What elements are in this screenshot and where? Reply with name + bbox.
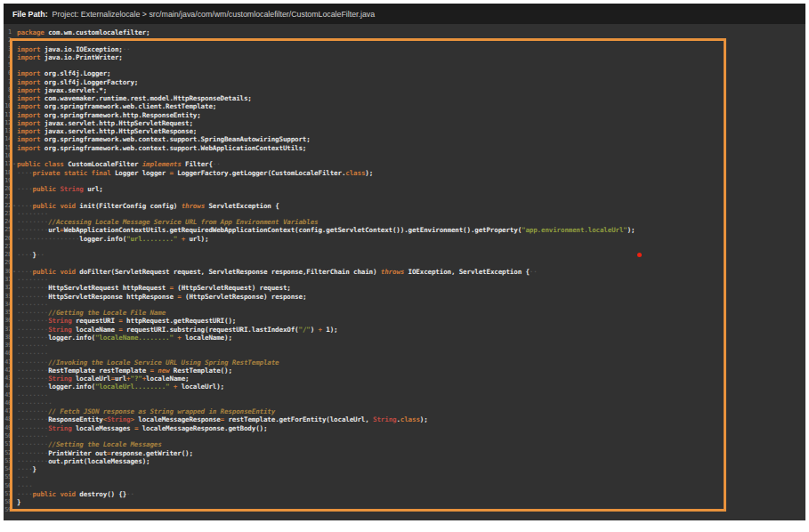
code-text: ····private static final Logger logger =… xyxy=(17,169,805,177)
code-line[interactable]: 4import java.io.PrintWriter; xyxy=(4,53,805,61)
code-line[interactable]: 51········//Setting the Locale Messages xyxy=(4,440,805,448)
code-line[interactable]: 56···· xyxy=(4,482,805,490)
code-text: import org.slf4j.LoggerFactory; xyxy=(17,78,805,86)
code-line[interactable]: 18····private static final Logger logger… xyxy=(4,169,805,177)
code-line[interactable]: 47········// Fetch JSON response as Stri… xyxy=(4,407,805,415)
code-line[interactable]: 34········ xyxy=(4,301,805,309)
line-number: 45 xyxy=(4,391,12,399)
code-line[interactable]: 27 xyxy=(4,243,805,251)
code-line[interactable]: 5 xyxy=(4,61,805,69)
line-number: 23 xyxy=(4,210,12,218)
code-text: ········String localeName = requestURI.s… xyxy=(17,326,805,334)
code-line[interactable]: 46········· xyxy=(4,399,805,407)
code-line[interactable]: 40········ xyxy=(4,350,805,358)
line-number: 36 xyxy=(4,317,12,325)
code-line[interactable]: 33········HttpServletResponse httpRespon… xyxy=(4,293,805,301)
code-line[interactable]: 13import javax.servlet.http.HttpServletR… xyxy=(4,127,805,135)
line-number: 37 xyxy=(4,326,12,334)
code-line[interactable]: 48········ResponseEntity<String> localeM… xyxy=(4,415,805,423)
code-line[interactable]: 59 xyxy=(4,506,805,514)
line-number: 6 xyxy=(4,69,12,77)
code-line[interactable]: 24········//Accessing Locale Message Ser… xyxy=(4,218,805,226)
code-text xyxy=(17,243,805,251)
line-number: 25 xyxy=(4,226,12,234)
code-line[interactable]: 20····public String url; xyxy=(4,185,805,193)
code-line[interactable]: 23········ xyxy=(4,210,805,218)
code-line[interactable]: 45········ xyxy=(4,391,805,399)
code-text: ········//Setting the Locale Messages xyxy=(17,440,805,448)
line-number: 24 xyxy=(4,218,12,226)
code-line[interactable]: 32········HttpServletRequest httpRequest… xyxy=(4,284,805,292)
code-text xyxy=(17,152,805,160)
code-line[interactable]: 3import java.io.IOException;·· xyxy=(4,45,805,53)
code-line[interactable]: 57····public void destroy() {}·· xyxy=(4,490,805,498)
code-line[interactable]: 21 xyxy=(4,193,805,201)
code-text: ········RestTemplate restTemplate = new … xyxy=(17,367,805,375)
code-line[interactable]: 35········//Getting the Locale File Name xyxy=(4,309,805,317)
code-line[interactable]: 55··· xyxy=(4,473,805,481)
line-number: 9 xyxy=(4,94,12,102)
code-line[interactable]: 15import org.springframework.web.context… xyxy=(4,144,805,152)
line-number: 31 xyxy=(4,276,12,284)
code-line[interactable]: 14import org.springframework.web.context… xyxy=(4,135,805,143)
breadcrumb: Project: Externalizelocale > src/main/ja… xyxy=(53,10,376,19)
code-text: ········HttpServletRequest httpRequest =… xyxy=(17,284,805,292)
code-line[interactable]: 43········String localeUrl=url+"?"+local… xyxy=(4,375,805,383)
code-line[interactable]: 26················logger.info("url......… xyxy=(4,235,805,243)
code-line[interactable]: 37········String localeName = requestURI… xyxy=(4,326,805,334)
line-number: 21 xyxy=(4,193,12,201)
code-line[interactable]: 17-public class CustomLocaleFilter imple… xyxy=(4,160,805,168)
code-line[interactable]: 30-····public void doFilter(ServletReque… xyxy=(4,268,805,276)
code-line[interactable]: 58} xyxy=(4,498,805,506)
code-line[interactable]: 42········RestTemplate restTemplate = ne… xyxy=(4,367,805,375)
code-line[interactable]: 7import org.slf4j.LoggerFactory; xyxy=(4,78,805,86)
line-number: 38 xyxy=(4,334,12,342)
line-number: 39 xyxy=(4,342,12,350)
code-line[interactable]: 9import com.wavemaker.runtime.rest.model… xyxy=(4,94,805,102)
code-line[interactable]: 19 xyxy=(4,177,805,185)
code-text: ····public String url; xyxy=(17,185,805,193)
code-line[interactable]: 16 xyxy=(4,152,805,160)
code-line[interactable]: 54····} xyxy=(4,465,805,473)
code-line[interactable]: 8import javax.servlet.*; xyxy=(4,86,805,94)
code-line[interactable]: 1package com.wm.customlocalefilter; xyxy=(4,28,805,36)
code-line[interactable]: 28····}·· xyxy=(4,251,805,259)
line-number: 57 xyxy=(4,490,12,498)
code-text: } xyxy=(17,498,805,506)
error-marker-dot xyxy=(637,253,642,257)
code-line[interactable]: 29 xyxy=(4,259,805,267)
code-line[interactable]: 39········ xyxy=(4,342,805,350)
code-line[interactable]: 25········url=WebApplicationContextUtils… xyxy=(4,226,805,234)
code-text: ········ xyxy=(17,301,805,309)
code-line[interactable]: 31········ xyxy=(4,276,805,284)
line-number: 54 xyxy=(4,465,12,473)
code-line[interactable]: 38········logger.info("localeName.......… xyxy=(4,334,805,342)
code-text: import org.springframework.http.Response… xyxy=(17,111,805,119)
line-number: 56 xyxy=(4,482,12,490)
code-line[interactable]: 11import org.springframework.http.Respon… xyxy=(4,111,805,119)
code-line[interactable]: 50········ xyxy=(4,432,805,440)
line-number: 32 xyxy=(4,284,12,292)
code-line[interactable]: 44········logger.info("localeUrl........… xyxy=(4,383,805,391)
code-text: ····public void destroy() {}·· xyxy=(17,490,805,498)
line-number: 20 xyxy=(4,185,12,193)
code-line[interactable]: 2 xyxy=(4,36,805,44)
file-path-label: File Path: xyxy=(12,10,48,19)
code-text: package com.wm.customlocalefilter; xyxy=(17,28,805,36)
code-editor[interactable]: 1package com.wm.customlocalefilter;23imp… xyxy=(4,24,805,520)
code-line[interactable]: 52········PrintWriter out=response.getWr… xyxy=(4,449,805,457)
code-line[interactable]: 36········String requestURI = httpReques… xyxy=(4,317,805,325)
code-line[interactable]: 53········out.print(localeMessages); xyxy=(4,457,805,465)
line-number: 28 xyxy=(4,251,12,259)
code-text: ····public void doFilter(ServletRequest … xyxy=(17,268,805,276)
code-line[interactable]: 10import org.springframework.web.client.… xyxy=(4,102,805,110)
code-line[interactable]: 41········//Invoking the Locale Service … xyxy=(4,359,805,367)
code-text: import java.io.IOException;·· xyxy=(17,45,805,53)
code-text xyxy=(17,506,805,514)
code-line[interactable]: 22-····public void init(FilterConfig con… xyxy=(4,202,805,210)
line-number: 58 xyxy=(4,498,12,506)
code-line[interactable]: 6import org.slf4j.Logger; xyxy=(4,69,805,77)
code-line[interactable]: 49········String localeMessages = locale… xyxy=(4,424,805,432)
code-text: ········//Invoking the Locale Service UR… xyxy=(17,359,805,367)
code-line[interactable]: 12import javax.servlet.http.HttpServletR… xyxy=(4,119,805,127)
